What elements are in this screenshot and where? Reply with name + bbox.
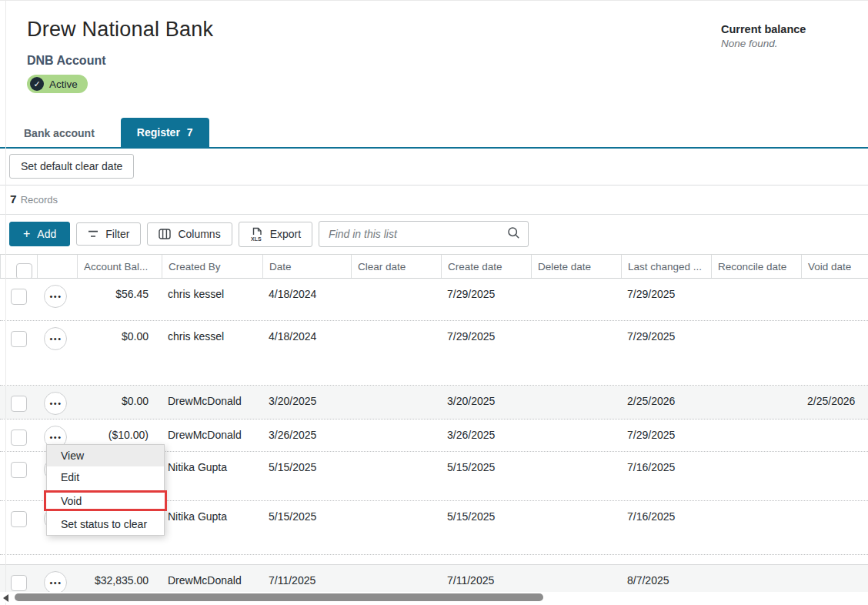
search-input[interactable] bbox=[329, 228, 507, 240]
scrollbar-thumb[interactable] bbox=[15, 593, 543, 601]
records-count: 7 bbox=[10, 192, 17, 206]
cell-create-date: 7/29/2025 bbox=[441, 279, 531, 320]
row-actions-button[interactable]: ••• bbox=[44, 285, 67, 308]
svg-text:XLS: XLS bbox=[251, 236, 262, 241]
cell-create-date: 3/20/2025 bbox=[441, 386, 531, 419]
scroll-left-arrow-icon[interactable] bbox=[3, 594, 8, 602]
row-actions-button[interactable]: ••• bbox=[44, 571, 67, 594]
row-checkbox[interactable] bbox=[11, 331, 27, 347]
actions-bar: Set default clear date bbox=[0, 149, 868, 186]
status-badge-label: Active bbox=[49, 79, 78, 90]
cell-created-by: chris kessel bbox=[162, 321, 262, 385]
ellipsis-icon: ••• bbox=[48, 579, 62, 587]
row-checkbox[interactable] bbox=[11, 289, 27, 305]
cell-last-changed: 7/29/2025 bbox=[621, 279, 711, 320]
cell-delete-date bbox=[531, 419, 621, 451]
column-header-date[interactable]: Date bbox=[262, 255, 351, 278]
table-row: •••$0.00DrewMcDonald3/20/20253/20/20252/… bbox=[0, 386, 868, 419]
row-actions-button[interactable]: ••• bbox=[44, 392, 67, 415]
column-header-account-balance[interactable]: Account Bal... bbox=[77, 255, 162, 278]
cell-create-date: 7/29/2025 bbox=[441, 321, 531, 385]
status-badge: ✓ Active bbox=[27, 75, 88, 93]
column-header-delete-date[interactable]: Delete date bbox=[531, 255, 621, 278]
cell-delete-date bbox=[531, 386, 621, 419]
cell-reconcile-date bbox=[711, 419, 801, 451]
columns-button-label: Columns bbox=[178, 228, 220, 240]
cell-date: 4/18/2024 bbox=[262, 321, 351, 385]
cell-created-by: DrewMcDonald bbox=[162, 419, 262, 451]
row-checkbox[interactable] bbox=[11, 396, 27, 412]
check-icon: ✓ bbox=[30, 77, 44, 91]
tab-register-label: Register bbox=[137, 126, 180, 139]
cell-void-date bbox=[801, 452, 868, 500]
filter-button[interactable]: Filter bbox=[76, 222, 141, 246]
export-button[interactable]: XLS Export bbox=[239, 222, 312, 247]
cell-clear-date bbox=[351, 386, 441, 419]
cell-reconcile-date bbox=[711, 279, 801, 320]
plus-icon: + bbox=[23, 228, 30, 240]
cell-void-date bbox=[801, 279, 868, 320]
cell-delete-date bbox=[531, 452, 621, 500]
columns-button[interactable]: Columns bbox=[147, 222, 232, 246]
context-menu-item-set-status-to-clear[interactable]: Set status to clear bbox=[47, 513, 164, 535]
cell-date: 3/20/2025 bbox=[262, 386, 351, 419]
context-menu-item-view[interactable]: View bbox=[47, 445, 164, 466]
column-header-create-date[interactable]: Create date bbox=[441, 255, 531, 278]
cell-created-by: DrewMcDonald bbox=[162, 386, 262, 419]
cell-clear-date bbox=[351, 279, 441, 320]
ellipsis-icon: ••• bbox=[48, 399, 62, 408]
column-header-reconcile-date[interactable]: Reconcile date bbox=[711, 255, 801, 278]
context-menu: ViewEditVoidSet status to clear bbox=[46, 444, 165, 536]
cell-last-changed: 7/29/2025 bbox=[621, 321, 711, 385]
cell-delete-date bbox=[531, 279, 621, 320]
cell-date: 5/15/2025 bbox=[262, 501, 351, 554]
tab-bank-account[interactable]: Bank account bbox=[12, 119, 107, 147]
context-menu-item-void[interactable]: Void bbox=[44, 490, 167, 511]
ellipsis-icon: ••• bbox=[48, 292, 62, 301]
cell-last-changed: 2/25/2026 bbox=[621, 386, 711, 419]
filter-icon bbox=[88, 230, 98, 238]
columns-icon bbox=[159, 229, 171, 239]
cell-created-by: Nitika Gupta bbox=[162, 452, 262, 500]
column-header-void-date[interactable]: Void date bbox=[801, 255, 868, 278]
add-button[interactable]: + Add bbox=[9, 222, 70, 246]
row-checkbox[interactable] bbox=[11, 575, 27, 591]
cell-clear-date bbox=[351, 419, 441, 451]
cell-clear-date bbox=[351, 321, 441, 385]
table-row: •••$0.00chris kessel4/18/20247/29/20257/… bbox=[0, 321, 868, 386]
cell-account-balance: $56.45 bbox=[77, 279, 162, 320]
select-all-checkbox[interactable] bbox=[16, 263, 32, 278]
cell-date: 3/26/2025 bbox=[262, 419, 351, 451]
cell-clear-date bbox=[351, 501, 441, 554]
tab-register[interactable]: Register7 bbox=[121, 118, 209, 147]
cell-delete-date bbox=[531, 501, 621, 554]
ellipsis-icon: ••• bbox=[48, 335, 62, 343]
column-header-created-by[interactable]: Created By bbox=[162, 255, 262, 278]
filter-button-label: Filter bbox=[105, 228, 129, 240]
context-menu-item-edit[interactable]: Edit bbox=[47, 466, 164, 488]
cell-account-balance: $0.00 bbox=[77, 386, 162, 419]
page-header: Drew National Bank Current balance None … bbox=[0, 0, 868, 93]
cell-last-changed: 7/16/2025 bbox=[621, 501, 711, 554]
horizontal-scrollbar bbox=[0, 592, 868, 603]
account-name: DNB Account bbox=[27, 54, 868, 68]
column-header-last-changed[interactable]: Last changed ... bbox=[621, 255, 711, 278]
cell-reconcile-date bbox=[711, 501, 801, 554]
row-actions-cell: ••• bbox=[37, 321, 77, 385]
table-row: •••$56.45chris kessel4/18/20247/29/20257… bbox=[0, 279, 868, 321]
current-balance-value: None found. bbox=[721, 38, 806, 49]
search-box bbox=[319, 221, 529, 247]
column-header-clear-date[interactable]: Clear date bbox=[351, 255, 441, 278]
row-checkbox[interactable] bbox=[11, 511, 27, 527]
row-checkbox[interactable] bbox=[11, 430, 27, 446]
cell-reconcile-date bbox=[711, 452, 801, 500]
set-default-clear-date-button[interactable]: Set default clear date bbox=[9, 154, 134, 179]
row-checkbox[interactable] bbox=[11, 462, 27, 478]
table-body: •••$56.45chris kessel4/18/20247/29/20257… bbox=[0, 279, 868, 600]
cell-last-changed: 7/29/2025 bbox=[621, 419, 711, 451]
current-balance-panel: Current balance None found. bbox=[721, 23, 806, 49]
row-actions-button[interactable]: ••• bbox=[44, 327, 67, 350]
cell-create-date: 5/15/2025 bbox=[441, 452, 531, 500]
export-xls-icon: XLS bbox=[250, 227, 263, 242]
search-icon bbox=[507, 226, 520, 242]
